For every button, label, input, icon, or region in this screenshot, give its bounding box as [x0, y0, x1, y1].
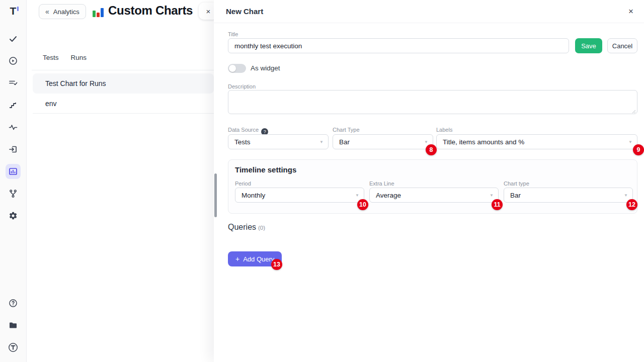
tab-runs[interactable]: Runs: [71, 54, 87, 61]
check-icon[interactable]: [6, 31, 21, 46]
save-button[interactable]: Save: [575, 38, 602, 53]
scrollbar-thumb[interactable]: [214, 173, 217, 217]
extra-line-select[interactable]: Average▼: [369, 188, 499, 203]
sidebar: T: [0, 0, 27, 362]
period-label: Period: [235, 180, 251, 187]
plus-icon: +: [235, 255, 239, 263]
title-field-label: Title: [228, 31, 238, 37]
brand-circle-icon[interactable]: [6, 340, 21, 355]
list-check-icon[interactable]: [6, 75, 21, 90]
chart-type-select[interactable]: Bar▼: [333, 134, 433, 149]
labels-label: Labels: [436, 127, 452, 133]
timeline-chart-type-select[interactable]: Bar▼: [504, 188, 633, 203]
as-widget-label: As widget: [251, 64, 280, 72]
chevron-down-icon: ▼: [490, 193, 494, 198]
branch-icon[interactable]: [6, 186, 21, 201]
pulse-icon[interactable]: [6, 120, 21, 135]
title-input[interactable]: [228, 38, 569, 53]
chevron-down-icon: ▼: [355, 193, 359, 198]
import-icon[interactable]: [6, 142, 21, 157]
annotation-badge-11: 11: [492, 199, 503, 210]
annotation-badge-9: 9: [633, 144, 644, 155]
annotation-badge-13: 13: [271, 259, 282, 270]
as-widget-toggle[interactable]: [228, 64, 246, 73]
stairs-icon[interactable]: [6, 98, 21, 113]
page-title: Custom Charts: [108, 4, 193, 18]
queries-count: (0): [258, 225, 265, 231]
timeline-settings-card: Timeline settings Period Monthly▼ Extra …: [228, 159, 637, 214]
app-logo[interactable]: T: [7, 5, 19, 19]
back-button-label: Analytics: [53, 8, 79, 16]
play-circle-icon[interactable]: [6, 53, 21, 68]
gear-icon[interactable]: [6, 208, 21, 223]
list-item-test-chart-for-runs[interactable]: Test Chart for Runs: [33, 73, 214, 94]
new-chart-drawer: New Chart × Title Save Cancel As widget …: [214, 0, 644, 362]
list-item-env[interactable]: env: [33, 94, 214, 114]
back-to-analytics-button[interactable]: « Analytics: [39, 4, 86, 19]
timeline-chart-type-label: Chart type: [504, 180, 529, 187]
extra-line-label: Extra Line: [369, 180, 394, 187]
tab-tests[interactable]: Tests: [43, 54, 59, 61]
description-textarea[interactable]: [228, 90, 637, 114]
timeline-settings-heading: Timeline settings: [235, 165, 296, 174]
folder-icon[interactable]: [6, 318, 21, 333]
annotation-badge-12: 12: [626, 199, 637, 210]
annotation-badge-8: 8: [426, 144, 437, 155]
chevron-down-icon: ▼: [319, 140, 324, 144]
bar-chart-icon[interactable]: [6, 164, 21, 179]
annotation-badge-10: 10: [357, 199, 368, 210]
drawer-title: New Chart: [226, 7, 263, 16]
divider: [32, 70, 214, 70]
chevron-left-icon: «: [45, 8, 49, 16]
cancel-button[interactable]: Cancel: [607, 38, 637, 53]
labels-select[interactable]: Title, items amounts and %▼: [436, 134, 637, 149]
chevron-down-icon: ▼: [624, 193, 628, 198]
description-field-label: Description: [228, 83, 256, 89]
drawer-header: New Chart ×: [214, 0, 644, 23]
bar-chart-colored-icon: [93, 6, 105, 17]
chevron-down-icon: ▼: [424, 140, 428, 144]
charts-tabs: Tests Runs: [43, 54, 87, 61]
custom-charts-panel: « Analytics Custom Charts × Tests Runs T…: [27, 0, 214, 362]
queries-heading: Queries(0): [228, 223, 265, 232]
close-drawer-button[interactable]: ×: [625, 6, 636, 17]
data-source-select[interactable]: Tests▼: [228, 134, 329, 149]
period-select[interactable]: Monthly▼: [235, 188, 364, 203]
chevron-down-icon: ▼: [628, 140, 632, 144]
help-icon[interactable]: [6, 296, 21, 311]
chart-type-label: Chart Type: [333, 127, 360, 133]
